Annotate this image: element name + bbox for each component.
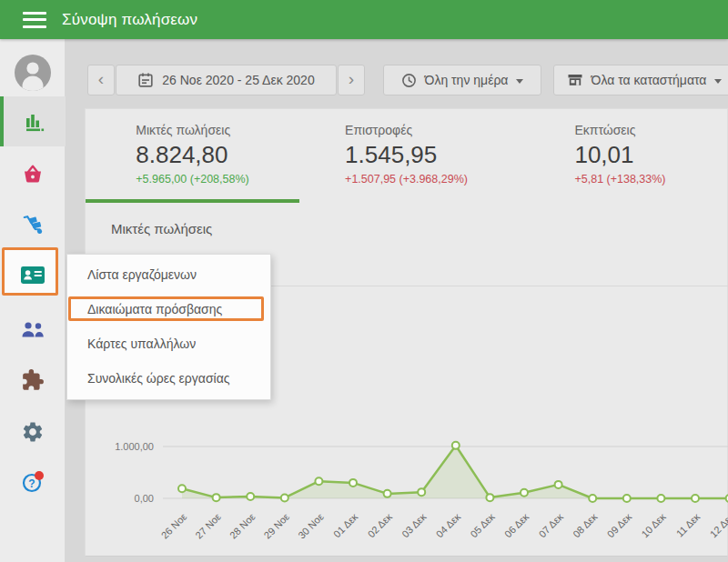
- sales-line-chart: 0,001.000,0026 Νοε27 Νοε28 Νοε29 Νοε30 Ν…: [85, 414, 728, 555]
- caret-down-icon: [714, 79, 722, 84]
- time-filter-dropdown[interactable]: Όλη την ημέρα: [383, 65, 541, 95]
- stat-label: Επιστροφές: [345, 123, 468, 137]
- svg-text:04 Δεκ: 04 Δεκ: [434, 511, 463, 540]
- sidebar-item-profile[interactable]: [0, 48, 66, 97]
- sidebar-item-customers[interactable]: [0, 306, 66, 355]
- svg-text:01 Δεκ: 01 Δεκ: [331, 511, 360, 540]
- people-icon: [20, 321, 46, 339]
- hamburger-menu-icon[interactable]: [23, 12, 46, 28]
- svg-text:28 Νοε: 28 Νοε: [228, 511, 258, 541]
- chevron-left-icon: ‹: [98, 70, 104, 90]
- calendar-icon: [137, 72, 154, 88]
- store-filter-label: Όλα τα καταστήματα: [592, 73, 707, 87]
- stat-value: 8.824,80: [136, 142, 248, 169]
- stats-tabs-row: Μικτές πωλήσεις 8.824,80 +5.965,00 (+208…: [86, 109, 727, 203]
- help-icon: ?: [20, 469, 46, 495]
- stat-delta: +1.507,95 (+3.968,29%): [345, 173, 468, 186]
- svg-text:29 Νοε: 29 Νοε: [261, 511, 291, 541]
- chevron-right-icon: ›: [349, 70, 354, 90]
- tab-refunds[interactable]: Επιστροφές 1.545,95 +1.507,95 (+3.968,29…: [299, 109, 513, 203]
- stat-delta: +5.965,00 (+208,58%): [136, 173, 248, 186]
- svg-text:?: ?: [28, 477, 35, 490]
- svg-text:26 Νοε: 26 Νοε: [159, 511, 189, 541]
- id-card-icon: [20, 266, 46, 285]
- chart-section-title: Μικτές πωλήσεις: [111, 221, 212, 236]
- handtruck-icon: [20, 212, 46, 237]
- svg-text:02 Δεκ: 02 Δεκ: [366, 511, 395, 540]
- svg-text:0,00: 0,00: [135, 493, 154, 504]
- sidebar-item-apps[interactable]: [0, 356, 66, 405]
- svg-text:07 Δεκ: 07 Δεκ: [537, 511, 566, 540]
- svg-text:06 Δεκ: 06 Δεκ: [502, 511, 531, 540]
- svg-text:10 Δεκ: 10 Δεκ: [639, 511, 668, 540]
- app-header: Σύνοψη πωλήσεων: [0, 0, 728, 39]
- section-divider: [271, 286, 728, 286]
- menu-item-employee-cards[interactable]: Κάρτες υπαλλήλων: [67, 326, 270, 361]
- date-range-label: 26 Νοε 2020 - 25 Δεκ 2020: [162, 73, 314, 87]
- employees-dropdown-menu: Λίστα εργαζόμενων Δικαιώματα πρόσβασης Κ…: [66, 254, 271, 400]
- sidebar-nav: ?: [0, 39, 66, 562]
- date-next-button[interactable]: ›: [338, 65, 365, 95]
- sidebar-item-reports[interactable]: [0, 96, 66, 146]
- svg-text:03 Δεκ: 03 Δεκ: [399, 511, 429, 540]
- date-range-button[interactable]: 26 Νοε 2020 - 25 Δεκ 2020: [116, 65, 337, 95]
- time-filter-label: Όλη την ημέρα: [425, 73, 509, 87]
- date-prev-button[interactable]: ‹: [87, 65, 115, 95]
- svg-text:27 Νοε: 27 Νοε: [193, 511, 223, 541]
- tab-gross-sales[interactable]: Μικτές πωλήσεις 8.824,80 +5.965,00 (+208…: [86, 109, 299, 203]
- puzzle-icon: [21, 368, 45, 392]
- sidebar-item-settings[interactable]: [0, 407, 66, 457]
- svg-text:05 Δεκ: 05 Δεκ: [468, 511, 497, 540]
- svg-text:11 Δεκ: 11 Δεκ: [674, 511, 703, 539]
- stat-label: Εκπτώσεις: [574, 123, 665, 137]
- stat-value: 10,01: [574, 142, 665, 169]
- sidebar-item-employees[interactable]: [0, 250, 66, 299]
- sidebar-item-inventory[interactable]: [0, 200, 66, 249]
- sidebar-item-help[interactable]: ?: [0, 457, 66, 507]
- stat-delta: +5,81 (+138,33%): [574, 173, 665, 186]
- stat-label: Μικτές πωλήσεις: [136, 123, 248, 137]
- app-window: Σύνοψη πωλήσεων: [0, 0, 728, 562]
- menu-item-employee-list[interactable]: Λίστα εργαζόμενων: [67, 257, 270, 292]
- tab-discounts[interactable]: Εκπτώσεις 10,01 +5,81 (+138,33%): [513, 109, 727, 203]
- caret-down-icon: [516, 79, 523, 84]
- svg-text:1.000,00: 1.000,00: [115, 441, 154, 452]
- stat-value: 1.545,95: [345, 142, 468, 169]
- menu-item-total-work-hours[interactable]: Συνολικές ώρες εργασίας: [67, 361, 270, 396]
- svg-text:08 Δεκ: 08 Δεκ: [571, 511, 600, 540]
- basket-icon: [21, 163, 45, 186]
- active-tab-underline: [86, 199, 299, 203]
- menu-highlight-box: [68, 296, 264, 321]
- avatar-icon: [14, 54, 52, 92]
- clock-icon: [401, 73, 417, 88]
- page-title: Σύνοψη πωλήσεων: [62, 11, 197, 29]
- svg-text:12 Δεκ: 12 Δεκ: [708, 511, 728, 540]
- sidebar-item-sales[interactable]: [0, 150, 66, 199]
- gear-icon: [21, 420, 45, 444]
- store-filter-dropdown[interactable]: Όλα τα καταστήματα: [553, 65, 728, 95]
- svg-text:30 Νοε: 30 Νοε: [296, 511, 326, 541]
- store-icon: [567, 73, 583, 87]
- line-chart-canvas: 0,001.000,0026 Νοε27 Νοε28 Νοε29 Νοε30 Ν…: [85, 414, 728, 555]
- svg-text:09 Δεκ: 09 Δεκ: [605, 511, 634, 540]
- bar-chart-icon: [23, 110, 46, 134]
